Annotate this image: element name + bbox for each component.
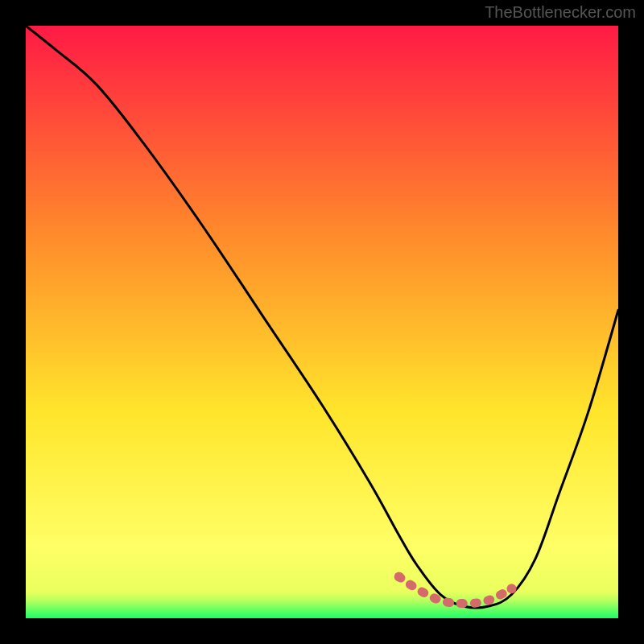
optimal-endpoint (507, 584, 517, 593)
chart-svg (26, 26, 618, 618)
gradient-background (26, 26, 618, 618)
chart-container: TheBottlenecker.com (0, 0, 644, 644)
plot-area (26, 26, 618, 618)
optimal-endpoint (394, 572, 404, 581)
watermark-label: TheBottlenecker.com (485, 3, 636, 22)
